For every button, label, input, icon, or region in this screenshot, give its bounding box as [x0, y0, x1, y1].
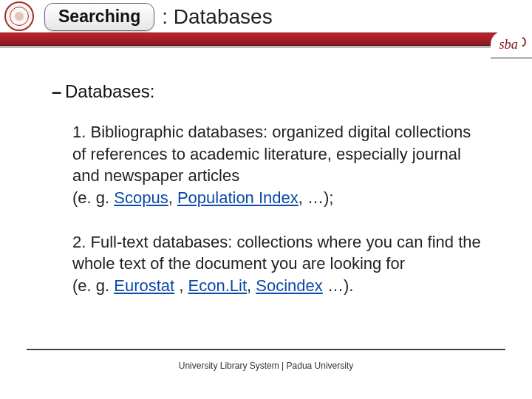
link-eurostat[interactable]: Eurostat [114, 276, 174, 295]
title-tab: Searching [44, 3, 154, 31]
footer-text: University Library System | Padua Univer… [0, 361, 532, 371]
footer-divider [27, 349, 505, 350]
para2-tail: …). [323, 276, 354, 295]
bullet-row: – Databases: [52, 81, 488, 102]
bullet-label: Databases: [65, 81, 154, 102]
para1-tail: , …); [299, 188, 334, 207]
link-socindex[interactable]: Socindex [256, 276, 323, 295]
link-econlit[interactable]: Econ.Lit [188, 276, 248, 295]
para2-lead: 2. Full-text databases: collections wher… [72, 233, 481, 273]
para1-lead: 1. Bibliographic databases: organized di… [72, 123, 471, 185]
slide-header: Searching : Databases sba [0, 0, 532, 52]
university-seal-icon [4, 1, 34, 31]
title-suffix: : Databases [162, 5, 272, 29]
link-population-index[interactable]: Population Index [177, 188, 299, 207]
bullet-dash: – [52, 81, 65, 102]
para2-eg-prefix: (e. g. [72, 276, 114, 295]
link-scopus[interactable]: Scopus [114, 188, 168, 207]
sba-logo-text: sba [499, 37, 518, 52]
para1-eg-prefix: (e. g. [72, 188, 114, 207]
para2-sep1: , [174, 276, 188, 295]
para2-sep2: , [247, 276, 256, 295]
header-divider-bar [0, 33, 532, 46]
slide-content: – Databases: 1. Bibliographic databases:… [52, 81, 488, 319]
title-row: Searching : Databases [44, 3, 273, 31]
paragraph-1: 1. Bibliographic databases: organized di… [72, 121, 488, 209]
para1-sep1: , [168, 188, 177, 207]
paragraph-2: 2. Full-text databases: collections wher… [72, 231, 488, 297]
sba-logo-icon: sba [491, 31, 532, 59]
